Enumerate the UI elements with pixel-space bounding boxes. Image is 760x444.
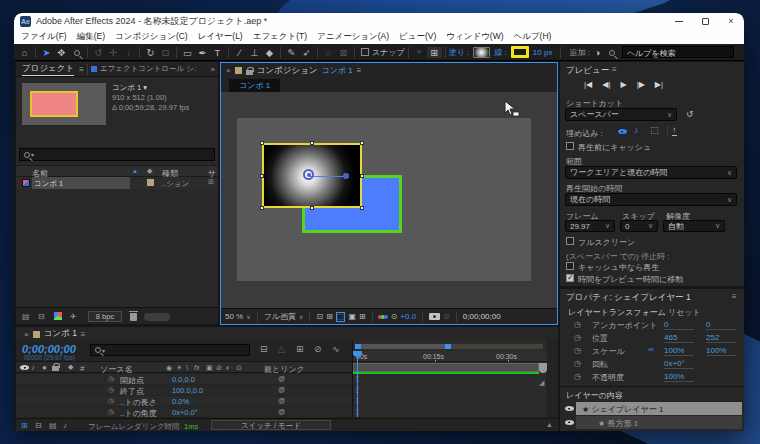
play-cached-checkbox[interactable] <box>566 262 574 270</box>
work-area-end-marker[interactable] <box>539 363 547 373</box>
new-composition-icon[interactable]: ✈ <box>70 312 77 321</box>
sort-arrow-icon[interactable]: ▲ <box>132 168 138 174</box>
timeline-scrollbar[interactable] <box>355 344 543 349</box>
eraser-tool-icon[interactable]: ◆ <box>262 47 277 58</box>
first-frame-button[interactable]: |◀ <box>584 80 592 89</box>
comp-panel-title[interactable]: コンポジション <box>257 65 318 77</box>
comp-viewer[interactable] <box>221 92 557 308</box>
motion-blur-switch-icon[interactable]: ⊘ <box>216 364 222 372</box>
menu-file[interactable]: ファイル(F) <box>16 31 72 43</box>
dolly-camera-tool-icon[interactable]: ↓ <box>121 47 136 58</box>
selection-handle[interactable] <box>360 141 364 145</box>
hand-tool-icon[interactable]: ✥ <box>54 47 69 58</box>
reset-link[interactable]: リセット <box>668 307 701 318</box>
timeline-row[interactable]: ◷ ..トの角度 0x+0.0° @ <box>16 407 352 417</box>
switch-mode-button[interactable]: スイッチ / モード <box>211 420 331 430</box>
collapse-switch-icon[interactable]: ☀ <box>176 364 182 372</box>
mask-expansion-icon[interactable]: ⊞ <box>427 47 442 58</box>
zoom-level-dropdown[interactable]: 50 % <box>225 312 243 321</box>
selection-handle[interactable] <box>310 206 314 210</box>
fill-label[interactable]: 塗り : <box>449 47 470 58</box>
stroke-swatch[interactable] <box>511 46 529 58</box>
stopwatch-icon[interactable]: ◷ <box>574 320 581 329</box>
gradient-line[interactable] <box>310 176 346 177</box>
properties-panel-menu-icon[interactable]: ≡ <box>732 292 737 301</box>
audio-column-icon[interactable]: ♪ <box>31 363 35 372</box>
adjustment-switch-icon[interactable]: ◐ <box>226 364 230 371</box>
pick-whip-icon[interactable]: @ <box>278 408 285 415</box>
selection-handle[interactable] <box>310 141 314 145</box>
timeline-row[interactable]: ◷ 開始点 0.0,0.0 @ <box>16 374 352 384</box>
search-tools-icon[interactable] <box>605 47 620 58</box>
stopwatch-icon[interactable]: ◷ <box>108 375 114 383</box>
lock-column-icon[interactable] <box>52 366 59 371</box>
menu-effect[interactable]: エフェクト(T) <box>248 31 312 43</box>
scale-x-value[interactable]: 100% <box>664 346 694 356</box>
include-video-icon[interactable] <box>618 129 627 134</box>
selection-handle[interactable] <box>260 206 264 210</box>
choose-grid-icon[interactable]: ⊡ <box>316 312 323 321</box>
stroke-label[interactable]: 線 : <box>494 47 506 58</box>
rectangle-tool-icon[interactable]: ▭ <box>180 47 195 58</box>
pick-whip-icon[interactable]: @ <box>278 397 285 404</box>
motion-blur-icon[interactable]: ⊘ <box>314 344 322 354</box>
lock-icon[interactable] <box>246 70 253 75</box>
solo-column-icon[interactable]: ● <box>42 363 47 372</box>
rectangle-layer-row[interactable]: ★ 長方形 1 <box>576 416 742 429</box>
eye-icon[interactable] <box>565 420 574 425</box>
exposure-value[interactable]: +0.0 <box>400 312 416 321</box>
timeline-close-icon[interactable]: × <box>24 330 29 339</box>
timeline-track-area[interactable]: 00s 00:15s 00:30s I I I I ◢ <box>352 341 546 417</box>
selection-tool-icon[interactable]: ➤ <box>39 47 54 58</box>
maximize-button[interactable] <box>692 13 718 29</box>
label-color-swatch[interactable] <box>147 179 154 186</box>
opacity-label[interactable]: 不透明度 <box>592 372 624 383</box>
timeline-tab[interactable]: コンポ 1 <box>44 328 77 340</box>
menu-layer[interactable]: レイヤー(L) <box>193 31 248 43</box>
properties-panel-title[interactable]: プロパティ: シェイプレイヤー 1 <box>566 292 691 304</box>
include-audio-icon[interactable]: ♪ <box>634 125 639 135</box>
contrast-icon[interactable]: ◑ <box>590 47 605 58</box>
draft-icon[interactable]: ⊟ <box>35 421 42 430</box>
show-snapshot-icon[interactable]: ⊘ <box>443 312 450 321</box>
exposure-icon[interactable]: ⊙ <box>391 312 398 321</box>
position-x-value[interactable]: 465 <box>664 333 694 343</box>
pick-whip-icon[interactable]: @ <box>278 386 285 393</box>
stopwatch-icon[interactable]: ◷ <box>574 372 581 381</box>
frame-blend-switch-icon[interactable]: ▣ <box>206 364 213 372</box>
timeline-label-swatch[interactable] <box>33 331 40 338</box>
snap-options-icon[interactable]: ⌖ <box>412 46 427 58</box>
stopwatch-icon[interactable]: ◷ <box>574 346 581 355</box>
project-row-comp1[interactable]: コンポ 1 ..ション ⊞ <box>16 177 218 189</box>
menu-animation[interactable]: アニメーション(A) <box>312 31 394 43</box>
stopwatch-icon[interactable]: ◷ <box>108 386 114 394</box>
reset-shortcut-icon[interactable]: ↺ <box>686 109 694 119</box>
menu-edit[interactable]: 編集(E) <box>72 31 110 43</box>
composition-mini-flowchart-icon[interactable]: ⊟ <box>260 344 268 354</box>
region-of-interest-icon[interactable]: ▣ <box>348 312 356 321</box>
video-column-icon[interactable] <box>20 365 29 370</box>
character-tool-icon[interactable]: ☆ <box>321 47 336 58</box>
timeline-search-input[interactable]: ▾ <box>90 344 250 356</box>
mask-visibility-icon[interactable]: ⊞ <box>326 312 333 321</box>
position-label[interactable]: 位置 <box>592 333 608 344</box>
comp-marker-icon[interactable]: ◢ <box>539 379 544 387</box>
anchor-point-y-value[interactable]: 0 <box>706 320 736 330</box>
index-column[interactable]: # <box>80 364 84 373</box>
timeline-menu-icon[interactable]: ≡ <box>81 330 86 339</box>
zoom-slider-icon[interactable]: ▲ <box>546 421 553 428</box>
gradient-end-handle[interactable] <box>343 173 349 179</box>
cache-before-checkbox[interactable] <box>566 142 574 150</box>
link-icon[interactable]: ∞ <box>648 345 654 354</box>
minimize-button[interactable] <box>666 13 692 29</box>
position-y-value[interactable]: 252 <box>706 333 736 343</box>
graph-editor-icon[interactable]: ∿ <box>332 344 340 354</box>
stopwatch-icon[interactable]: ◷ <box>108 397 114 405</box>
stroke-width-value[interactable]: 10 px <box>533 48 553 57</box>
resolution-dropdown[interactable]: 自動∨ <box>663 220 725 232</box>
previous-frame-button[interactable]: ◀| <box>602 80 610 89</box>
brush-tool-icon[interactable]: ∕ <box>232 47 247 58</box>
project-panel-menu-icon[interactable]: ≡ <box>79 65 84 74</box>
comp-viewer-tab[interactable]: コンポ 1 <box>229 79 280 92</box>
interpret-footage-icon[interactable]: ▤ <box>22 312 30 321</box>
